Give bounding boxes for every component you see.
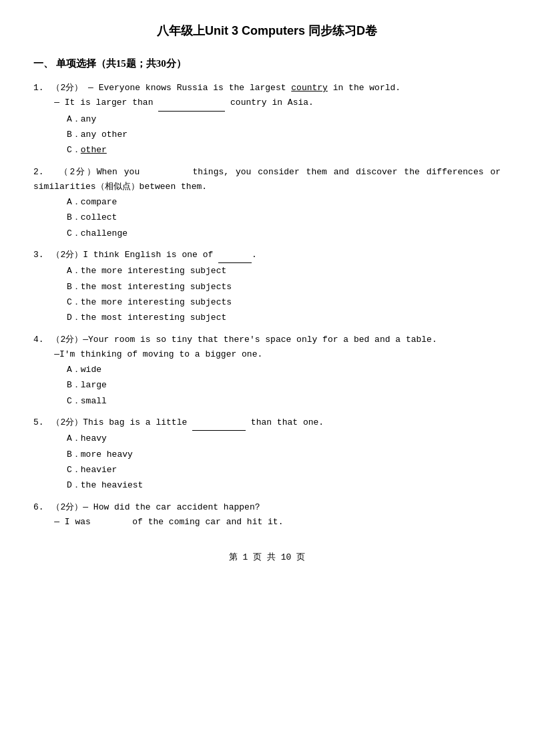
q4-num: 4. xyxy=(33,335,44,345)
q2-num: 2. xyxy=(33,167,44,177)
q4-stem1: 4. （2分）—Your room is so tiny that there'… xyxy=(33,333,501,347)
section1-title: 一、 单项选择（共15题；共30分） xyxy=(33,55,501,73)
q5-optC: C．heavier xyxy=(67,462,501,478)
q2-optC: C．challenge xyxy=(67,226,501,241)
q3-optB: B．the most interesting subjects xyxy=(67,279,501,295)
q3-optD: D．the most interesting subject xyxy=(67,310,501,325)
q4-stem2: —I'm thinking of moving to a bigger one. xyxy=(33,347,501,362)
question-5: 5. （2分）This bag is a little than that on… xyxy=(33,415,501,494)
q2-stem: 2. （2分）When you things, you consider the… xyxy=(33,165,501,194)
q1-optA: A．any xyxy=(67,112,501,127)
question-1: 1. （2分） — Everyone knows Russia is the l… xyxy=(33,81,501,158)
q5-num: 5. xyxy=(33,417,44,427)
q6-stem2: — I was of the coming car and hit it. xyxy=(33,515,501,530)
q4-optC: C．small xyxy=(67,393,501,409)
q5-blank xyxy=(192,415,246,431)
footer-text: 第 1 页 共 10 页 xyxy=(229,552,305,562)
question-6: 6. （2分）— How did the car accident happen… xyxy=(33,500,501,530)
q4-points: （2分） xyxy=(51,335,83,345)
q3-optC: C．the more interesting subjects xyxy=(67,295,501,310)
q1-points: （2分） xyxy=(51,83,83,93)
q1-num: 1. xyxy=(33,83,44,93)
q2-points: （2分） xyxy=(53,167,97,177)
page-footer: 第 1 页 共 10 页 xyxy=(33,550,501,565)
q1-stem2: — It is larger than country in Asia. xyxy=(33,96,501,111)
q5-optB: B．more heavy xyxy=(67,447,501,462)
question-3: 3. （2分）I think English is one of . A．the… xyxy=(33,248,501,326)
q1-optC: C．other xyxy=(67,142,501,158)
q6-points: （2分） xyxy=(51,502,83,512)
q3-points: （2分） xyxy=(51,250,83,260)
q5-optA: A．heavy xyxy=(67,431,501,446)
q3-stem: 3. （2分）I think English is one of . xyxy=(33,248,501,263)
q5-points: （2分） xyxy=(51,417,83,427)
question-2: 2. （2分）When you things, you consider the… xyxy=(33,165,501,241)
q6-num: 6. xyxy=(33,502,44,512)
q3-num: 3. xyxy=(33,250,44,260)
q3-blank xyxy=(218,248,252,263)
question-4: 4. （2分）—Your room is so tiny that there'… xyxy=(33,333,501,409)
q5-optD: D．the heaviest xyxy=(67,478,501,493)
q1-stem1: 1. （2分） — Everyone knows Russia is the l… xyxy=(33,81,501,96)
q4-optA: A．wide xyxy=(67,362,501,377)
q1-blank xyxy=(158,96,225,111)
q2-optA: A．compare xyxy=(67,194,501,210)
page-title: 八年级上Unit 3 Computers 同步练习D卷 xyxy=(33,20,501,41)
q2-optB: B．collect xyxy=(67,210,501,225)
q5-stem: 5. （2分）This bag is a little than that on… xyxy=(33,415,501,431)
q6-stem1: 6. （2分）— How did the car accident happen… xyxy=(33,500,501,515)
q1-optB: B．any other xyxy=(67,127,501,142)
q4-optB: B．large xyxy=(67,377,501,393)
q3-optA: A．the more interesting subject xyxy=(67,263,501,278)
